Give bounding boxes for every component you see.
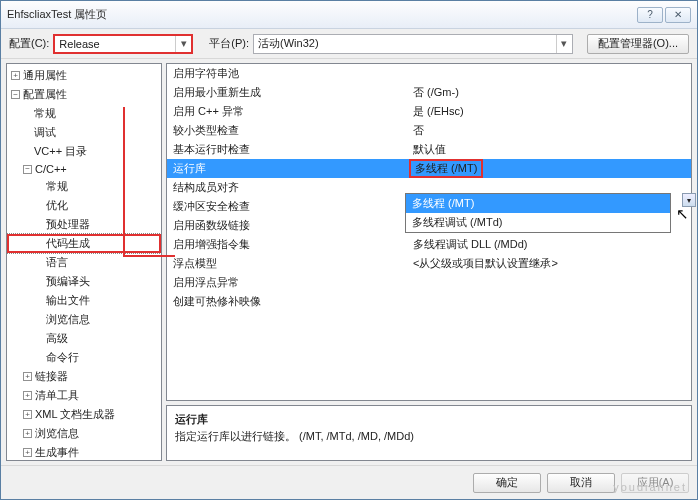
tree-ccpp-output[interactable]: 输出文件 — [7, 291, 161, 310]
right-pane: 启用字符串池 启用最小重新生成否 (/Gm-) 启用 C++ 异常是 (/EHs… — [166, 63, 692, 461]
tree-ccpp-adv[interactable]: 高级 — [7, 329, 161, 348]
window-title: EhfscliaxTest 属性页 — [7, 7, 637, 22]
grid-row: 创建可热修补映像 — [167, 292, 691, 311]
dropdown-item-mtd[interactable]: 多线程调试 (/MTd) — [406, 213, 670, 232]
config-row: 配置(C): Release ▾ 平台(P): 活动(Win32) ▾ 配置管理… — [1, 29, 697, 59]
tree-ccpp-lang[interactable]: 语言 — [7, 253, 161, 272]
ok-button[interactable]: 确定 — [473, 473, 541, 493]
runtime-lib-dropdown[interactable]: 多线程 (/MT) 多线程调试 (/MTd) — [405, 193, 671, 233]
tree-buildevents[interactable]: +生成事件 — [7, 443, 161, 461]
cancel-button[interactable]: 取消 — [547, 473, 615, 493]
tree-browse2[interactable]: +浏览信息 — [7, 424, 161, 443]
grid-row: 基本运行时检查默认值 — [167, 140, 691, 159]
tree-manifest[interactable]: +清单工具 — [7, 386, 161, 405]
tree-vcpp-dirs[interactable]: VC++ 目录 — [7, 142, 161, 161]
help-button[interactable]: ? — [637, 7, 663, 23]
grid-row: 启用最小重新生成否 (/Gm-) — [167, 83, 691, 102]
description-pane: 运行库 指定运行库以进行链接。 (/MT, /MTd, /MD, /MDd) — [166, 405, 692, 461]
dialog-buttons: 确定 取消 应用(A) — [1, 465, 697, 499]
chevron-down-icon: ▾ — [556, 35, 572, 53]
grid-row-runtime-library[interactable]: 运行库多线程 (/MT) — [167, 159, 691, 178]
property-page-window: EhfscliaxTest 属性页 ? ✕ 配置(C): Release ▾ 平… — [0, 0, 698, 500]
runtime-lib-value: 多线程 (/MT) — [409, 159, 483, 178]
close-button[interactable]: ✕ — [665, 7, 691, 23]
grid-row: 较小类型检查否 — [167, 121, 691, 140]
tree-ccpp-codegen[interactable]: 代码生成 — [7, 234, 161, 253]
dropdown-item-mt[interactable]: 多线程 (/MT) — [406, 194, 670, 213]
tree-config-props[interactable]: −配置属性 — [7, 85, 161, 104]
tree-xmldoc[interactable]: +XML 文档生成器 — [7, 405, 161, 424]
grid-table: 启用字符串池 启用最小重新生成否 (/Gm-) 启用 C++ 异常是 (/EHs… — [167, 64, 691, 311]
tree-ccpp-general[interactable]: 常规 — [7, 177, 161, 196]
grid-row: 启用 C++ 异常是 (/EHsc) — [167, 102, 691, 121]
chevron-down-icon[interactable]: ▾ — [682, 193, 696, 207]
grid-row: 浮点模型<从父级或项目默认设置继承> — [167, 254, 691, 273]
watermark: youdiannet — [613, 481, 687, 493]
tree-common-props[interactable]: +通用属性 — [7, 66, 161, 85]
desc-body: 指定运行库以进行链接。 (/MT, /MTd, /MD, /MDd) — [175, 429, 683, 444]
platform-value: 活动(Win32) — [258, 36, 319, 51]
config-manager-button[interactable]: 配置管理器(O)... — [587, 34, 689, 54]
config-label: 配置(C): — [9, 36, 49, 51]
config-combo[interactable]: Release ▾ — [53, 34, 193, 54]
desc-title: 运行库 — [175, 412, 683, 427]
tree-general[interactable]: 常规 — [7, 104, 161, 123]
tree-ccpp-browse[interactable]: 浏览信息 — [7, 310, 161, 329]
platform-combo[interactable]: 活动(Win32) ▾ — [253, 34, 573, 54]
platform-label: 平台(P): — [209, 36, 249, 51]
grid-row: 启用浮点异常 — [167, 273, 691, 292]
tree-ccpp-optimize[interactable]: 优化 — [7, 196, 161, 215]
chevron-down-icon: ▾ — [175, 36, 191, 52]
config-value: Release — [59, 38, 99, 50]
nav-tree[interactable]: +通用属性 −配置属性 常规 调试 VC++ 目录 −C/C++ 常规 优化 预… — [6, 63, 162, 461]
window-buttons: ? ✕ — [637, 7, 691, 23]
grid-row: 启用字符串池 — [167, 64, 691, 83]
tree-debug[interactable]: 调试 — [7, 123, 161, 142]
tree-ccpp-pch[interactable]: 预编译头 — [7, 272, 161, 291]
titlebar: EhfscliaxTest 属性页 ? ✕ — [1, 1, 697, 29]
tree-ccpp[interactable]: −C/C++ — [7, 161, 161, 177]
body: +通用属性 −配置属性 常规 调试 VC++ 目录 −C/C++ 常规 优化 预… — [1, 59, 697, 465]
grid-row: 启用增强指令集多线程调试 DLL (/MDd) — [167, 235, 691, 254]
tree-ccpp-preproc[interactable]: 预处理器 — [7, 215, 161, 234]
tree-linker[interactable]: +链接器 — [7, 367, 161, 386]
tree-ccpp-cmdline[interactable]: 命令行 — [7, 348, 161, 367]
